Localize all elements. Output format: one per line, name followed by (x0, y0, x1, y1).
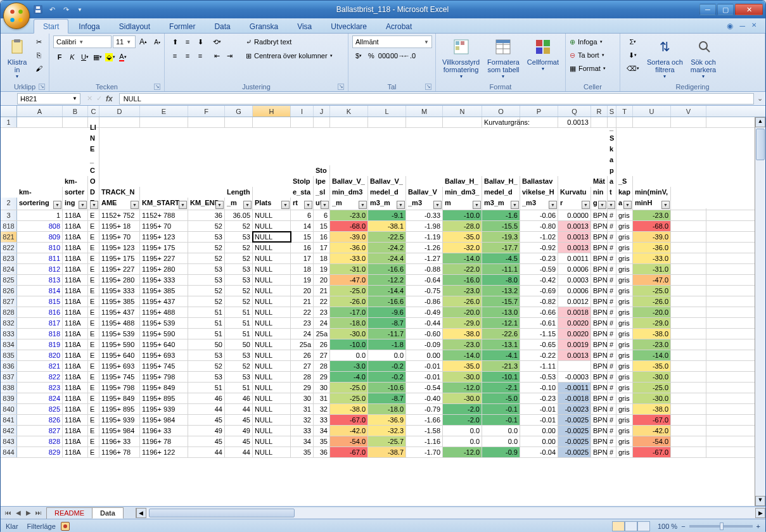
cell[interactable]: -36.0 (330, 243, 368, 253)
cell[interactable]: 1195+ 175 (99, 253, 140, 263)
column-header-cell[interactable]: Stolpe_start▼ (291, 176, 314, 210)
cell[interactable]: -39.0 (330, 232, 368, 242)
cell[interactable]: BPN (591, 275, 608, 285)
cell[interactable]: -0.1 (482, 415, 520, 425)
italic-icon[interactable]: K (66, 51, 79, 63)
cell[interactable]: -33.0 (330, 253, 368, 263)
cell[interactable] (671, 447, 706, 457)
cell[interactable]: -14.0 (443, 253, 482, 263)
cell[interactable]: -0.88 (406, 264, 443, 274)
cell[interactable]: E (88, 264, 99, 274)
cell[interactable]: BPN (591, 436, 608, 446)
cell[interactable]: NULL (253, 436, 291, 446)
cell[interactable]: 118A (63, 253, 88, 263)
cell[interactable] (406, 117, 443, 127)
cell[interactable]: -1.6 (482, 210, 520, 220)
cell[interactable]: 816 (17, 307, 63, 317)
cell[interactable]: -28.0 (443, 221, 482, 231)
filter-dropdown-icon[interactable]: ▼ (608, 201, 615, 209)
cell[interactable] (671, 253, 706, 263)
cell[interactable] (671, 436, 706, 446)
cell[interactable]: -2.0 (443, 404, 482, 414)
col-header-C[interactable]: C (88, 106, 99, 117)
cell[interactable]: 27 (314, 350, 330, 360)
cell[interactable]: 813 (17, 275, 63, 285)
cell[interactable]: 1195+ 745 (99, 372, 140, 382)
cell[interactable]: -0.79 (406, 404, 443, 414)
cell[interactable]: 21 (314, 286, 330, 296)
cell[interactable]: 44 (188, 404, 225, 414)
cell[interactable]: BPN (591, 350, 608, 360)
filter-dropdown-icon[interactable]: ▼ (131, 201, 139, 209)
cell[interactable]: # (608, 404, 616, 414)
increase-decimal-icon[interactable]: .00→ (390, 49, 403, 62)
cell[interactable]: -1.16 (406, 436, 443, 446)
cell[interactable]: BPN (591, 361, 608, 371)
cell[interactable]: 53 (188, 350, 225, 360)
cell[interactable]: 35 (314, 436, 330, 446)
qat-undo-icon[interactable]: ↶ (46, 4, 58, 15)
cell[interactable]: -22.6 (482, 329, 520, 339)
cell[interactable]: gris (616, 415, 633, 425)
cell[interactable]: -0.23 (520, 393, 558, 403)
cell[interactable]: -18.0 (330, 318, 368, 328)
cell[interactable]: -30.0 (443, 393, 482, 403)
row-header[interactable]: 3 (1, 210, 17, 220)
minimize-button[interactable]: ─ (699, 4, 716, 15)
cell[interactable]: -1.26 (406, 243, 443, 253)
row-header[interactable]: 843 (1, 436, 17, 446)
cell[interactable]: NULL (253, 232, 291, 242)
cell[interactable]: NULL (253, 221, 291, 231)
cell[interactable]: 52 (225, 221, 253, 231)
cell[interactable] (188, 117, 225, 127)
cell[interactable]: -10.0 (443, 210, 482, 220)
cell[interactable]: # (608, 372, 616, 382)
borders-icon[interactable]: ▦▾ (91, 51, 104, 63)
column-header-cell[interactable]: Stolpe_slut▼ (314, 165, 330, 210)
cell[interactable]: 822 (17, 372, 63, 382)
cell[interactable]: NULL (253, 415, 291, 425)
cell[interactable]: -0.82 (520, 296, 558, 307)
cell[interactable]: -0.0003 (558, 372, 591, 382)
column-header-cell[interactable]: Ballastavvikelse_H_m3▼ (520, 176, 558, 210)
row-header[interactable]: 839 (1, 393, 17, 403)
cell[interactable] (671, 318, 706, 328)
cell[interactable] (671, 415, 706, 425)
cell[interactable]: -67.0 (330, 447, 368, 457)
cell[interactable]: -68.0 (633, 221, 671, 231)
cell[interactable]: # (608, 232, 616, 242)
cell[interactable] (671, 426, 706, 436)
cell[interactable]: 53 (225, 372, 253, 382)
col-header-J[interactable]: J (314, 106, 330, 117)
cell[interactable]: 52 (188, 221, 225, 231)
cell[interactable]: -10.1 (482, 372, 520, 382)
cell[interactable]: 33 (314, 415, 330, 425)
cell[interactable]: 17 (314, 243, 330, 253)
cell[interactable]: NULL (253, 275, 291, 285)
cell[interactable]: -38.0 (443, 329, 482, 339)
column-header-cell[interactable]: Ballav_H_medel_dm3_m▼ (482, 176, 520, 210)
cell[interactable]: 1195+ 280 (99, 275, 140, 285)
cell[interactable]: 29 (314, 372, 330, 382)
cell[interactable] (63, 117, 88, 127)
cell[interactable]: 823 (17, 383, 63, 393)
column-header-cell[interactable]: Plats▼ (253, 198, 291, 210)
cell[interactable]: 0.0020 (558, 329, 591, 339)
cell[interactable]: 0.0 (482, 436, 520, 446)
col-header-L[interactable]: L (368, 106, 406, 117)
cell[interactable]: -30.0 (633, 372, 671, 382)
cell[interactable]: 1195+ 123 (99, 243, 140, 253)
filter-dropdown-icon[interactable]: ▼ (598, 201, 606, 209)
scroll-right-icon[interactable]: ▶ (755, 508, 765, 518)
cell[interactable]: 118A (63, 436, 88, 446)
cell[interactable]: -38.0 (330, 404, 368, 414)
column-header-cell[interactable]: KM_START▼ (140, 198, 188, 210)
cell[interactable]: 118A (63, 232, 88, 242)
cell[interactable]: # (608, 318, 616, 328)
cell[interactable]: NULL (253, 210, 291, 220)
clear-icon[interactable]: ⌫▾ (624, 62, 642, 75)
column-header-cell[interactable]: TRACK_NAME▼ (99, 187, 140, 210)
cell[interactable]: 45 (188, 415, 225, 425)
cell[interactable]: BPN (591, 221, 608, 231)
mdi-close-icon[interactable]: ✕ (751, 22, 756, 30)
